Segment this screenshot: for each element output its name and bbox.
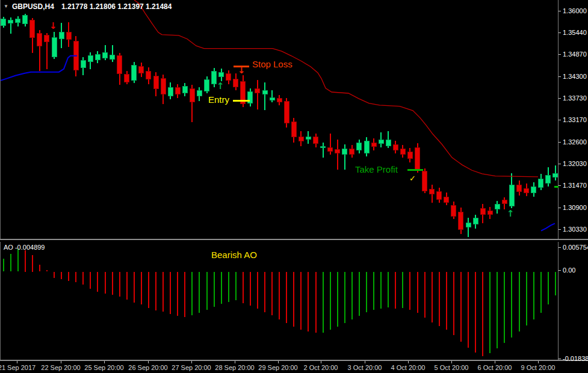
time-axis-label: 9 Oct 20:00: [521, 364, 556, 371]
price-axis-tick: [559, 120, 561, 120]
ao-axis-tick: [559, 359, 561, 359]
bearish-ao-label: Bearish AO: [211, 250, 257, 260]
price-axis-tick: [559, 11, 561, 11]
ao-bar: [54, 272, 55, 279]
ao-bar: [126, 272, 128, 300]
ao-bar: [17, 248, 19, 272]
ao-bar: [344, 272, 345, 324]
time-axis-label: 28 Sep 20:00: [215, 364, 254, 371]
trail-stop-line-blue: [1, 56, 77, 81]
ao-bar: [10, 254, 11, 272]
ao-bar: [468, 272, 469, 348]
price-axis-tick: [559, 164, 561, 164]
time-axis-tick: [495, 361, 495, 363]
ao-bar: [519, 272, 520, 331]
time-axis-tick: [538, 361, 539, 363]
price-axis-label: 1.35440: [563, 29, 587, 36]
ao-bar: [526, 272, 527, 326]
ao-bar: [409, 272, 410, 310]
ao-axis-label: 0.005754: [563, 244, 588, 251]
ao-bar: [170, 272, 171, 314]
time-axis-label: 6 Oct 20:00: [478, 364, 512, 371]
ao-bar: [540, 272, 542, 313]
ao-bar: [228, 272, 229, 302]
price-axis-label: 1.33730: [563, 94, 587, 102]
time-axis-label: 4 Oct 20:00: [391, 364, 426, 371]
ao-bar: [214, 272, 215, 307]
ao-bar: [271, 272, 273, 316]
ao-bar: [300, 272, 302, 330]
ao-bar: [308, 272, 309, 331]
ao-bar: [323, 272, 324, 333]
awesome-oscillator-panel[interactable]: AO -0.004899 Bearish AO: [0, 242, 559, 360]
time-axis-tick: [408, 361, 409, 363]
ao-bar: [155, 272, 156, 311]
ao-bar: [134, 272, 135, 303]
price-axis-label: 1.34870: [563, 51, 587, 58]
price-axis-tick: [559, 32, 561, 33]
ao-indicator-label: AO -0.004899: [4, 244, 45, 251]
price-axis-label: 1.30330: [563, 226, 587, 233]
ao-bar: [351, 272, 353, 319]
ao-bar: [395, 272, 396, 309]
ao-bar: [330, 272, 331, 330]
ao-axis-tick: [559, 247, 561, 248]
ao-bar: [366, 272, 367, 313]
price-axis-label: 1.34300: [563, 73, 587, 80]
ao-bar: [293, 272, 294, 327]
ao-bar: [388, 272, 389, 308]
chevron-down-icon[interactable]: ▼: [4, 4, 8, 9]
trail-stop-line-red: [134, 0, 538, 177]
price-axis-label: 1.36000: [563, 7, 587, 14]
chart-title: ▼GBPUSD,H41.21778 1.21806 1.21397 1.2148…: [4, 2, 172, 11]
ao-bar: [206, 272, 208, 310]
ao-bar: [439, 272, 440, 327]
ao-bar: [286, 272, 287, 324]
time-axis-label: 2 Oct 20:00: [304, 364, 338, 371]
ao-bar: [32, 255, 33, 272]
time-axis[interactable]: 21 Sep 201722 Sep 20:0025 Sep 20:0026 Se…: [0, 361, 588, 373]
ao-histogram-layer: [1, 242, 558, 360]
ao-bar: [315, 272, 317, 333]
time-axis-tick: [278, 361, 279, 363]
price-axis-tick: [559, 54, 561, 55]
price-axis-label: 1.33170: [563, 116, 587, 123]
time-axis-label: 26 Sep 20:00: [128, 364, 167, 371]
ao-bar: [504, 272, 505, 344]
ao-bar: [432, 272, 433, 322]
indicator-lines: [1, 0, 559, 239]
ao-bar: [199, 272, 200, 313]
ao-bar: [82, 272, 84, 285]
ao-bar: [548, 272, 549, 305]
ao-bar: [97, 272, 98, 292]
price-axis-label: 1.30900: [563, 204, 587, 211]
ao-bar: [533, 272, 534, 319]
ao-bar: [90, 272, 91, 289]
ao-bar: [148, 272, 149, 309]
mt4-chart-window: Stop LossEntryTake Profit↓↓↑↑✓ ▼GBPUSD,H…: [0, 0, 588, 373]
ao-bar: [221, 272, 222, 304]
ao-bar: [184, 272, 185, 318]
price-axis-tick: [559, 98, 561, 99]
price-axis-tick: [559, 142, 561, 143]
ao-bar: [279, 272, 280, 319]
ao-bar: [417, 272, 418, 313]
ao-bar: [3, 259, 4, 272]
ao-bar: [511, 272, 512, 338]
price-chart-panel[interactable]: Stop LossEntryTake Profit↓↓↑↑✓: [0, 0, 559, 239]
ao-bar: [39, 265, 40, 271]
time-axis-label: 29 Sep 20:00: [258, 364, 297, 371]
ao-bar: [424, 272, 426, 318]
ao-axis-tick: [559, 270, 561, 271]
ao-bar: [46, 270, 48, 271]
ohlc-quotes-label: 1.21778 1.21806 1.21397 1.21484: [61, 2, 172, 11]
price-axis-label: 1.32600: [563, 138, 587, 146]
ao-bar: [75, 272, 76, 282]
ao-bar: [112, 272, 113, 295]
time-axis-tick: [17, 361, 17, 363]
ao-bar: [482, 272, 483, 357]
time-axis-label: 5 Oct 20:00: [435, 364, 469, 371]
ao-bar: [191, 272, 193, 316]
time-axis-tick: [365, 361, 365, 363]
time-axis-label: 22 Sep 20:00: [41, 364, 80, 371]
